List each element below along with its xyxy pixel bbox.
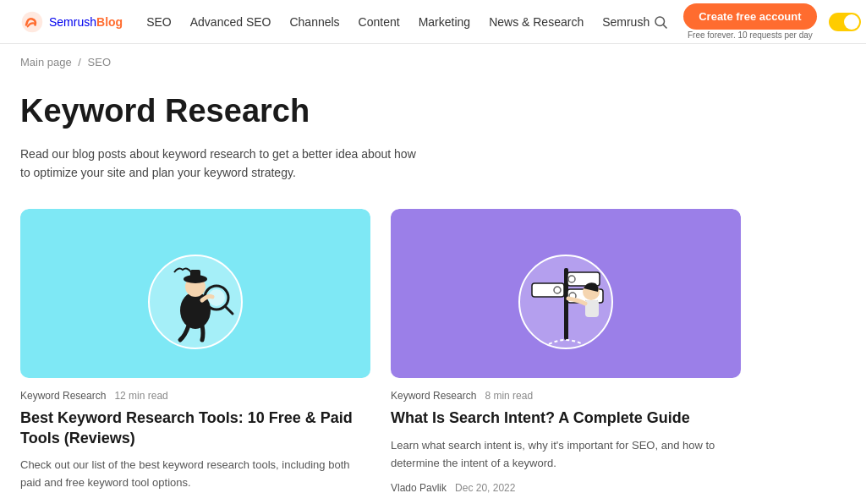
header-actions: Create free account Free forever. 10 req… [650, 3, 860, 41]
card-1-title: Best Keyword Research Tools: 10 Free & P… [20, 408, 370, 448]
semrush-logo-icon [20, 10, 44, 34]
card-2-title: What Is Search Intent? A Complete Guide [391, 408, 741, 428]
card-1-category: Keyword Research [20, 390, 106, 402]
main-nav: SEO Advanced SEO Channels Content Market… [146, 15, 650, 29]
card-2-illustration [498, 226, 633, 361]
card-2-read-time: 8 min read [485, 390, 533, 402]
nav-news-research[interactable]: News & Research [489, 15, 584, 29]
breadcrumb-separator: / [78, 56, 81, 68]
card-2-image [391, 209, 741, 378]
card-2-author: Vlado Pavlik [391, 482, 447, 494]
nav-content[interactable]: Content [359, 15, 400, 29]
nav-advanced-seo[interactable]: Advanced SEO [190, 15, 271, 29]
nav-channels[interactable]: Channels [289, 15, 339, 29]
page-description: Read our blog posts about keyword resear… [20, 145, 426, 183]
card-1-image [20, 209, 370, 378]
card-1-meta: Keyword Research 12 min read [20, 390, 370, 402]
cta-area: Create free account Free forever. 10 req… [683, 3, 816, 41]
cta-subtitle: Free forever. 10 requests per day [683, 30, 816, 41]
svg-rect-7 [190, 270, 200, 281]
search-button[interactable] [650, 11, 671, 33]
card-2-excerpt: Learn what search intent is, why it's im… [391, 437, 741, 473]
svg-rect-17 [532, 283, 564, 297]
card-1-illustration [128, 226, 263, 361]
main-content: Keyword Research Read our blog posts abo… [0, 68, 761, 504]
card-2-author-row: Vlado Pavlik Dec 20, 2022 [391, 482, 741, 494]
nav-seo[interactable]: SEO [146, 15, 172, 29]
card-2-date: Dec 20, 2022 [455, 482, 515, 494]
site-header: SemrushBlog SEO Advanced SEO Channels Co… [0, 0, 866, 44]
create-account-button[interactable]: Create free account [683, 3, 816, 30]
search-icon [653, 14, 668, 30]
breadcrumb: Main page / SEO [0, 44, 866, 68]
card-2-meta: Keyword Research 8 min read [391, 390, 741, 402]
theme-toggle[interactable] [829, 13, 861, 31]
card-2-category: Keyword Research [391, 390, 476, 402]
nav-marketing[interactable]: Marketing [419, 15, 470, 29]
breadcrumb-current: SEO [88, 56, 111, 68]
article-card-1[interactable]: Keyword Research 12 min read Best Keywor… [20, 209, 370, 504]
card-1-excerpt: Check out our list of the best keyword r… [20, 457, 370, 492]
nav-semrush[interactable]: Semrush [602, 15, 650, 29]
logo-link[interactable]: SemrushBlog [20, 10, 123, 34]
breadcrumb-main-link[interactable]: Main page [20, 56, 72, 68]
article-card-2[interactable]: Keyword Research 8 min read What Is Sear… [391, 209, 741, 504]
svg-rect-20 [585, 300, 599, 317]
page-title: Keyword Research [20, 92, 741, 131]
articles-grid: Keyword Research 12 min read Best Keywor… [20, 209, 741, 504]
svg-point-1 [655, 17, 665, 26]
theme-toggle-container [829, 13, 861, 31]
svg-point-0 [22, 11, 43, 32]
svg-line-2 [664, 25, 667, 28]
logo-text: SemrushBlog [49, 15, 123, 29]
card-1-read-time: 12 min read [114, 390, 167, 402]
